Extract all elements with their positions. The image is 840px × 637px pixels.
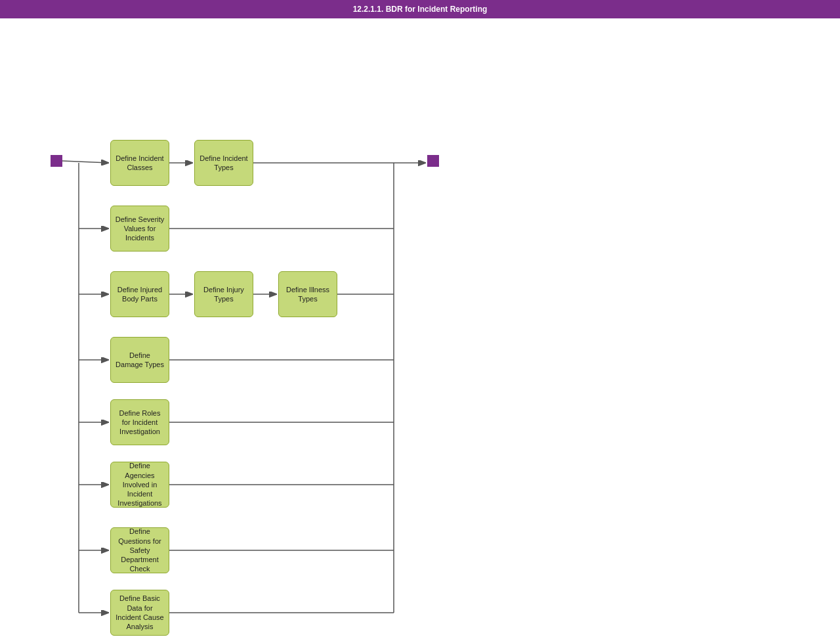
start-node [51,155,62,167]
node-safety-questions[interactable]: Define Questions for Safety Department C… [110,527,169,573]
node-roles-investigation[interactable]: Define Roles for Incident Investigation [110,399,169,445]
top-bar: 12.2.1.1. BDR for Incident Reporting [0,0,840,18]
node-incident-types[interactable]: Define Incident Types [194,140,253,186]
node-injury-types[interactable]: Define Injury Types [194,271,253,317]
node-injured-body-parts[interactable]: Define Injured Body Parts [110,271,169,317]
node-cause-analysis[interactable]: Define Basic Data for Incident Cause Ana… [110,590,169,636]
diagram-area: Define Incident Classes Define Incident … [0,18,840,636]
node-agencies-involved[interactable]: Define Agencies Involved in Incident Inv… [110,462,169,508]
node-damage-types[interactable]: Define Damage Types [110,337,169,383]
node-illness-types[interactable]: Define Illness Types [278,271,337,317]
node-incident-classes[interactable]: Define Incident Classes [110,140,169,186]
header-title: 12.2.1.1. BDR for Incident Reporting [353,5,488,14]
node-severity-values[interactable]: Define Severity Values for Incidents [110,206,169,252]
end-node [427,155,439,167]
svg-line-1 [62,161,109,163]
